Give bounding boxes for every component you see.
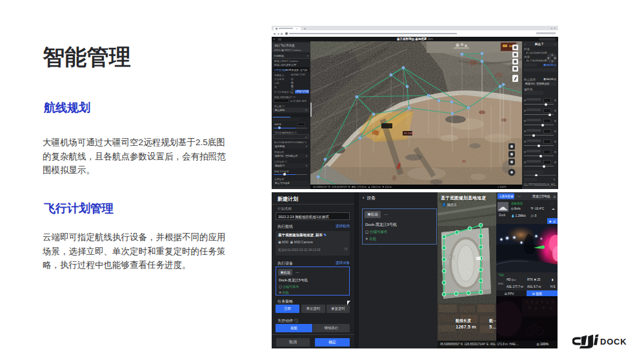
svg-text:💧 1.2Mb/s: 💧 1.2Mb/s bbox=[511, 214, 527, 218]
svg-text:M1.35ATA: M1.35ATA bbox=[404, 132, 415, 135]
svg-text:设备资讯: 设备资讯 bbox=[511, 201, 523, 205]
svg-text:HD ▯▭: HD ▯▭ bbox=[507, 278, 516, 281]
svg-text:▶ 试: ▶ 试 bbox=[549, 220, 556, 223]
svg-text:⛭ 0m/s: ⛭ 0m/s bbox=[511, 207, 521, 210]
svg-text:45.6383120° N 126.6528719° E: 45.6383120° N 126.6528719° E ASL 171.8 m… bbox=[313, 185, 392, 188]
svg-text:⌖ 100%: ⌖ 100% bbox=[498, 185, 507, 188]
svg-text:⋯: ⋯ bbox=[550, 202, 553, 205]
svg-text:—: — bbox=[518, 194, 521, 198]
svg-text:☁: ☁ bbox=[552, 207, 555, 210]
svg-text:🎥 0: 🎥 0 bbox=[530, 214, 537, 218]
svg-text:ASL 177.7 m: ASL 177.7 m bbox=[507, 285, 523, 288]
svg-text:DOCK: DOCK bbox=[600, 337, 627, 347]
svg-text:AGL 9.7 m: AGL 9.7 m bbox=[527, 285, 541, 288]
svg-text:飞机: 飞机 bbox=[498, 273, 505, 277]
svg-text:⚠系统告警: ⚠系统告警 bbox=[499, 194, 514, 199]
svg-text:°F -10.4°C: °F -10.4°C bbox=[530, 207, 545, 210]
svg-text:H.S: H.S bbox=[550, 285, 556, 288]
svg-text:⧉ 视图: ⧉ 视图 bbox=[532, 292, 542, 296]
svg-text:RTK ✖ 25: RTK ✖ 25 bbox=[527, 278, 541, 281]
svg-text:⧉ FPV: ⧉ FPV bbox=[505, 292, 514, 296]
svg-text:M30: M30 bbox=[498, 282, 504, 285]
svg-text:黑龙江5号机: 黑龙江5号机 bbox=[532, 194, 550, 199]
svg-text:⚙: ⚙ bbox=[553, 195, 556, 199]
svg-text:Dock: Dock bbox=[499, 214, 506, 217]
